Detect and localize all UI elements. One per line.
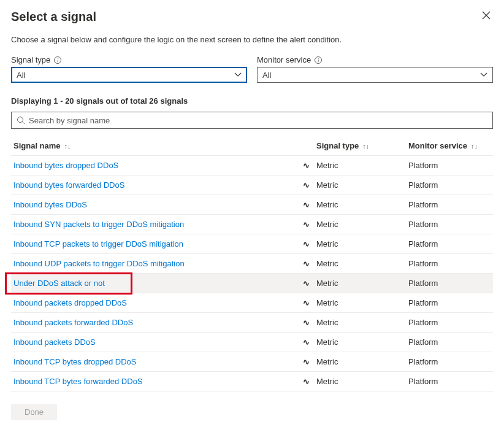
table-header: Signal name ↑↓ Signal type ↑↓ Monitor se… bbox=[11, 136, 493, 156]
monitor-service-value: Platform bbox=[408, 279, 491, 288]
column-monitor-service[interactable]: Monitor service ↑↓ bbox=[408, 141, 491, 150]
monitor-service-label: Monitor service i bbox=[257, 55, 493, 64]
column-monitor-service-text: Monitor service bbox=[408, 141, 467, 150]
page-title: Select a signal bbox=[11, 10, 96, 24]
table-row[interactable]: Inbound packets DDoS∿MetricPlatform bbox=[11, 333, 493, 352]
signal-type-value: Metric bbox=[316, 298, 408, 307]
metric-icon: ∿ bbox=[303, 318, 309, 327]
signal-type-value: Metric bbox=[316, 239, 408, 249]
chevron-down-icon bbox=[234, 72, 242, 77]
signal-type-value: Metric bbox=[316, 200, 408, 209]
column-signal-type-text: Signal type bbox=[316, 141, 359, 150]
monitor-service-value: Platform bbox=[408, 298, 491, 307]
metric-icon: ∿ bbox=[303, 200, 309, 209]
signal-link[interactable]: Inbound bytes dropped DDoS bbox=[13, 161, 118, 170]
subtitle-text: Choose a signal below and configure the … bbox=[11, 35, 493, 44]
signal-link[interactable]: Inbound bytes DDoS bbox=[13, 200, 87, 209]
signal-link[interactable]: Under DDoS attack or not bbox=[13, 279, 105, 288]
close-button[interactable] bbox=[479, 10, 493, 23]
metric-icon: ∿ bbox=[303, 220, 309, 229]
column-signal-name-text: Signal name bbox=[13, 141, 61, 150]
signals-table: Signal name ↑↓ Signal type ↑↓ Monitor se… bbox=[11, 136, 493, 391]
monitor-service-value: Platform bbox=[408, 318, 491, 327]
signal-link[interactable]: Inbound bytes forwarded DDoS bbox=[13, 180, 124, 190]
metric-icon: ∿ bbox=[303, 259, 309, 268]
column-signal-type[interactable]: Signal type ↑↓ bbox=[316, 141, 408, 150]
signal-link[interactable]: Inbound SYN packets to trigger DDoS miti… bbox=[13, 220, 184, 229]
monitor-service-value: Platform bbox=[408, 259, 491, 268]
signal-link[interactable]: Inbound TCP bytes dropped DDoS bbox=[13, 357, 136, 366]
metric-icon: ∿ bbox=[303, 377, 309, 386]
monitor-service-value: All bbox=[262, 71, 271, 80]
signal-type-label: Signal type i bbox=[11, 55, 247, 64]
metric-icon: ∿ bbox=[303, 239, 309, 249]
sort-icon: ↑↓ bbox=[362, 142, 369, 150]
table-row[interactable]: Inbound TCP packets to trigger DDoS miti… bbox=[11, 234, 493, 254]
signal-type-label-text: Signal type bbox=[11, 55, 50, 64]
metric-icon: ∿ bbox=[303, 357, 309, 366]
metric-icon: ∿ bbox=[303, 180, 309, 190]
monitor-service-value: Platform bbox=[408, 239, 491, 249]
monitor-service-value: Platform bbox=[408, 377, 491, 386]
signal-link[interactable]: Inbound UDP packets to trigger DDoS miti… bbox=[13, 259, 185, 268]
table-row[interactable]: Inbound bytes forwarded DDoS∿MetricPlatf… bbox=[11, 175, 493, 195]
monitor-service-dropdown[interactable]: All bbox=[257, 67, 493, 83]
signal-type-value: Metric bbox=[316, 377, 408, 386]
signal-type-dropdown[interactable]: All bbox=[11, 67, 247, 83]
table-row[interactable]: Inbound packets forwarded DDoS∿MetricPla… bbox=[11, 313, 493, 333]
table-row[interactable]: Inbound bytes DDoS∿MetricPlatform bbox=[11, 195, 493, 215]
table-row[interactable]: Inbound SYN packets to trigger DDoS miti… bbox=[11, 215, 493, 234]
info-icon[interactable]: i bbox=[54, 56, 61, 64]
close-icon bbox=[482, 11, 491, 20]
search-box[interactable] bbox=[11, 112, 493, 129]
signal-link[interactable]: Inbound packets dropped DDoS bbox=[13, 298, 127, 307]
table-row[interactable]: Inbound packets dropped DDoS∿MetricPlatf… bbox=[11, 293, 493, 313]
metric-icon: ∿ bbox=[303, 161, 309, 170]
signal-type-value: Metric bbox=[316, 220, 408, 229]
signal-type-value: Metric bbox=[316, 318, 408, 327]
sort-icon: ↑↓ bbox=[471, 142, 478, 150]
signal-type-value: Metric bbox=[316, 161, 408, 170]
signal-type-value: Metric bbox=[316, 337, 408, 347]
signal-type-value: Metric bbox=[316, 279, 408, 288]
table-row[interactable]: Under DDoS attack or not∿MetricPlatform bbox=[11, 274, 493, 293]
signal-link[interactable]: Inbound packets forwarded DDoS bbox=[13, 318, 133, 327]
monitor-service-value: Platform bbox=[408, 357, 491, 366]
monitor-service-label-text: Monitor service bbox=[257, 55, 311, 64]
signal-type-value: All bbox=[17, 71, 25, 80]
done-button[interactable]: Done bbox=[11, 404, 57, 420]
info-icon[interactable]: i bbox=[315, 56, 322, 64]
table-row[interactable]: Inbound UDP packets to trigger DDoS miti… bbox=[11, 254, 493, 274]
monitor-service-value: Platform bbox=[408, 180, 491, 190]
sort-icon: ↑↓ bbox=[64, 142, 71, 150]
signal-type-value: Metric bbox=[316, 180, 408, 190]
table-row[interactable]: Inbound bytes dropped DDoS∿MetricPlatfor… bbox=[11, 156, 493, 175]
signal-type-value: Metric bbox=[316, 357, 408, 366]
signal-link[interactable]: Inbound packets DDoS bbox=[13, 337, 96, 347]
monitor-service-value: Platform bbox=[408, 200, 491, 209]
signal-type-value: Metric bbox=[316, 259, 408, 268]
monitor-service-value: Platform bbox=[408, 161, 491, 170]
table-row[interactable]: Inbound TCP bytes forwarded DDoS∿MetricP… bbox=[11, 372, 493, 391]
metric-icon: ∿ bbox=[303, 279, 309, 288]
column-signal-name[interactable]: Signal name ↑↓ bbox=[13, 141, 296, 150]
svg-point-0 bbox=[18, 117, 23, 123]
chevron-down-icon bbox=[480, 72, 487, 77]
signal-link[interactable]: Inbound TCP bytes forwarded DDoS bbox=[13, 377, 143, 386]
monitor-service-value: Platform bbox=[408, 220, 491, 229]
signal-link[interactable]: Inbound TCP packets to trigger DDoS miti… bbox=[13, 239, 183, 249]
monitor-service-value: Platform bbox=[408, 337, 491, 347]
metric-icon: ∿ bbox=[303, 337, 309, 347]
search-input[interactable] bbox=[29, 116, 487, 125]
metric-icon: ∿ bbox=[303, 298, 309, 307]
search-icon bbox=[17, 116, 25, 125]
table-row[interactable]: Inbound TCP bytes dropped DDoS∿MetricPla… bbox=[11, 352, 493, 372]
displaying-text: Displaying 1 - 20 signals out of total 2… bbox=[11, 96, 493, 106]
